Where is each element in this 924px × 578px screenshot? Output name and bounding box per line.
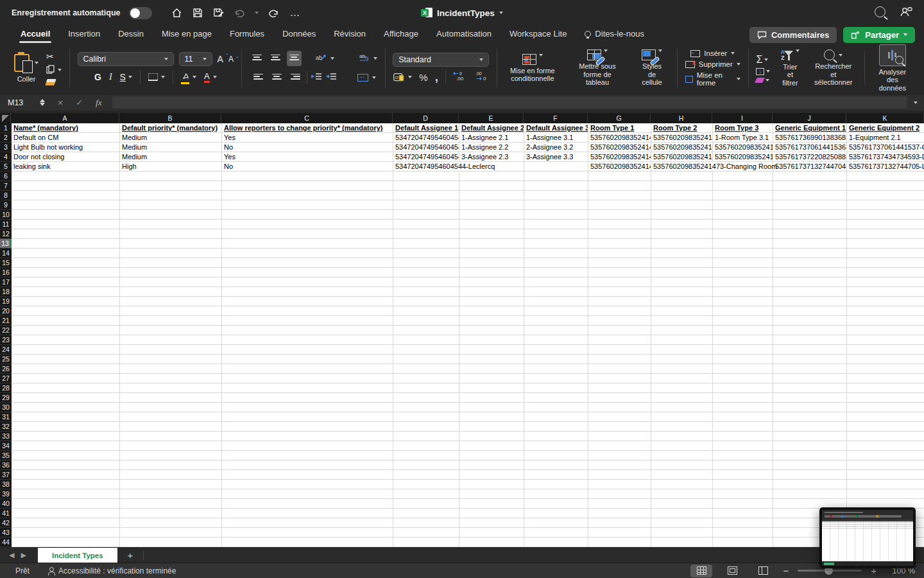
- cell-H43[interactable]: [651, 528, 713, 538]
- delete-cells-button[interactable]: Supprimer: [685, 60, 740, 68]
- find-select-button[interactable]: Rechercher et sélectionner: [810, 49, 857, 87]
- cell-A23[interactable]: [12, 335, 120, 345]
- cell-H13[interactable]: [651, 239, 713, 249]
- cell-K27[interactable]: [847, 374, 924, 383]
- cell-J38[interactable]: [773, 480, 847, 489]
- cell-I14[interactable]: [713, 249, 773, 258]
- cell-D44[interactable]: [393, 538, 459, 547]
- font-size-select[interactable]: 11: [179, 52, 212, 66]
- bold-button[interactable]: G: [94, 72, 101, 82]
- row-header-14[interactable]: 14: [0, 249, 12, 258]
- cell-F34[interactable]: [524, 441, 588, 451]
- cell-J19[interactable]: [773, 297, 847, 306]
- add-sheet-button[interactable]: +: [128, 550, 133, 561]
- cell-A40[interactable]: [12, 499, 120, 509]
- cell-K14[interactable]: [847, 249, 924, 258]
- cell-E8[interactable]: [459, 191, 524, 200]
- cell-K19[interactable]: [847, 297, 924, 306]
- cell-H9[interactable]: [651, 200, 713, 210]
- cell-D24[interactable]: [393, 345, 459, 355]
- cell-E37[interactable]: [459, 470, 524, 480]
- wrap-text-icon[interactable]: ab: [359, 53, 370, 65]
- cell-H5[interactable]: 535760209835241473-Changing Room: [651, 162, 773, 171]
- cell-D8[interactable]: [393, 191, 459, 200]
- tab-automatisation[interactable]: Automatisation: [427, 26, 501, 43]
- cell-K30[interactable]: [847, 403, 924, 412]
- cell-G5[interactable]: 53576020983524144: [588, 162, 651, 171]
- cell-C9[interactable]: [222, 200, 393, 210]
- fill-color-chevron-icon[interactable]: [193, 76, 196, 78]
- cell-K8[interactable]: [847, 191, 924, 200]
- italic-button[interactable]: I: [109, 72, 112, 82]
- cell-A38[interactable]: [12, 480, 120, 489]
- cell-F14[interactable]: [524, 249, 588, 258]
- cell-A17[interactable]: [12, 277, 120, 287]
- cell-A32[interactable]: [12, 422, 120, 432]
- cell-C13[interactable]: [222, 239, 393, 249]
- cell-G18[interactable]: [588, 287, 651, 297]
- cell-A36[interactable]: [12, 460, 120, 470]
- row-header-27[interactable]: 27: [0, 374, 12, 383]
- format-painter-icon[interactable]: [45, 79, 56, 85]
- cell-D13[interactable]: [393, 239, 459, 249]
- cell-B12[interactable]: [120, 229, 222, 239]
- cell-H41[interactable]: [651, 509, 713, 518]
- cell-K21[interactable]: [847, 316, 924, 326]
- copy-icon[interactable]: [46, 65, 55, 76]
- cell-I28[interactable]: [713, 383, 773, 393]
- cell-E42[interactable]: [459, 518, 524, 528]
- cell-I19[interactable]: [713, 297, 773, 306]
- document-title[interactable]: IncidentTypes: [437, 8, 495, 18]
- cell-H37[interactable]: [651, 470, 713, 480]
- cell-G38[interactable]: [588, 480, 651, 489]
- cell-I27[interactable]: [713, 374, 773, 383]
- cell-B31[interactable]: [120, 412, 222, 422]
- cell-I2[interactable]: 1-Room Type 3.1: [713, 133, 773, 143]
- cell-J28[interactable]: [773, 383, 847, 393]
- column-header-B[interactable]: B: [119, 113, 221, 123]
- cell-H44[interactable]: [651, 538, 713, 547]
- cell-I15[interactable]: [713, 258, 773, 268]
- cell-A4[interactable]: Door not closing: [12, 152, 120, 162]
- row-header-33[interactable]: 33: [0, 432, 12, 441]
- decrease-decimal-icon[interactable]: .000: [474, 71, 488, 83]
- row-header-30[interactable]: 30: [0, 403, 12, 412]
- row-header-26[interactable]: 26: [0, 364, 12, 374]
- cell-F3[interactable]: 2-Assignee 3.2: [524, 143, 588, 152]
- cell-A43[interactable]: [12, 528, 120, 538]
- cell-G11[interactable]: [588, 220, 651, 229]
- cell-I37[interactable]: [713, 470, 773, 480]
- insert-function-icon[interactable]: fx: [96, 98, 102, 108]
- cell-C21[interactable]: [222, 316, 393, 326]
- cell-D20[interactable]: [393, 306, 459, 316]
- cell-D32[interactable]: [393, 422, 459, 432]
- cell-K18[interactable]: [847, 287, 924, 297]
- cell-J39[interactable]: [773, 489, 847, 499]
- cell-I38[interactable]: [713, 480, 773, 489]
- cell-E4[interactable]: 3-Assignee 2.3: [459, 152, 524, 162]
- cell-J29[interactable]: [773, 393, 847, 403]
- cell-D42[interactable]: [393, 518, 459, 528]
- cell-K15[interactable]: [847, 258, 924, 268]
- cell-G15[interactable]: [588, 258, 651, 268]
- cell-F1[interactable]: Default Assignee 3: [524, 123, 588, 133]
- cell-H7[interactable]: [651, 181, 713, 191]
- orientation-chevron-icon[interactable]: [330, 57, 334, 60]
- cell-I24[interactable]: [713, 345, 773, 355]
- column-header-C[interactable]: C: [221, 113, 393, 123]
- cell-G25[interactable]: [588, 355, 651, 364]
- cell-C3[interactable]: No: [222, 143, 393, 152]
- cell-I35[interactable]: [713, 451, 773, 460]
- cell-J35[interactable]: [773, 451, 847, 460]
- row-header-43[interactable]: 43: [0, 528, 12, 538]
- cell-G3[interactable]: 53576020983524144: [588, 143, 651, 152]
- cell-H38[interactable]: [651, 480, 713, 489]
- cell-G37[interactable]: [588, 470, 651, 480]
- cell-I26[interactable]: [713, 364, 773, 374]
- fill-icon[interactable]: ↓: [756, 68, 764, 75]
- cell-C19[interactable]: [222, 297, 393, 306]
- cell-E23[interactable]: [459, 335, 524, 345]
- cell-C25[interactable]: [222, 355, 393, 364]
- cell-C31[interactable]: [222, 412, 393, 422]
- copy-chevron-icon[interactable]: [58, 69, 62, 71]
